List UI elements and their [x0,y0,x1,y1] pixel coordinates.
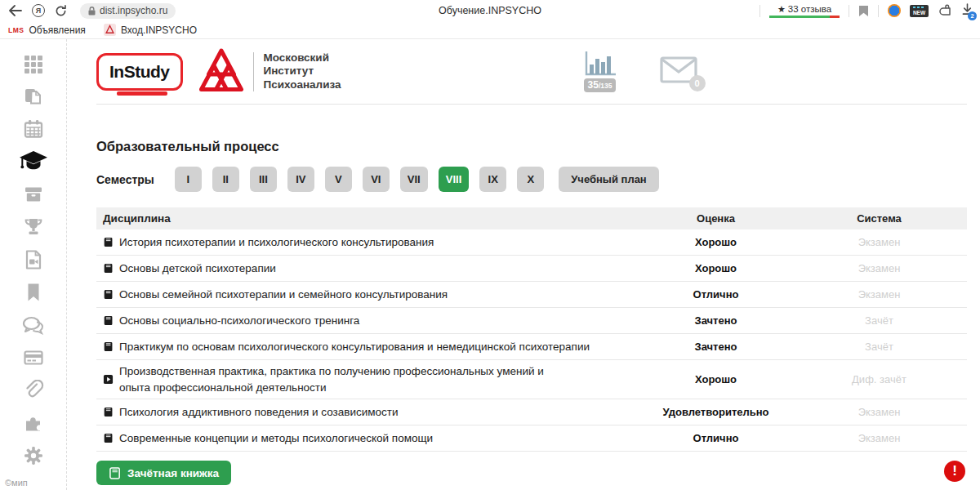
discipline-name: Основы семейной психотерапии и семейного… [119,287,448,303]
table-header: Дисциплина Оценка Система [96,207,967,229]
video-materials-icon[interactable] [23,248,44,270]
semester-button-2[interactable]: II [212,167,239,192]
divider [253,52,254,91]
discipline-name: Современные концепции и методы психологи… [119,430,433,447]
profile-icon[interactable]: Я [32,4,45,17]
mip-triangle-favicon [104,24,116,36]
semester-button-4[interactable]: IV [287,167,314,192]
grade-value: Хорошо [640,373,791,385]
table-row[interactable]: Основы семейной психотерапии и семейного… [96,282,967,308]
rating-bar [769,16,840,18]
stats-badge: 35/135 [584,78,617,92]
reload-icon[interactable] [55,5,67,17]
system-value: Зачёт [791,341,967,353]
bookmark-label: Объявления [29,24,85,36]
site-header: InStudy Московский Институт Психоанализа… [96,39,967,105]
system-value: Экзамен [791,406,967,418]
star-icon [777,4,786,15]
discipline-name: История психотерапии и психологического … [119,234,434,251]
semester-switcher: Семестры I II III IV V VI VII VIII IX X … [96,167,967,192]
page-title: Образовательный процесс [96,139,967,154]
gradebook-button-label: Зачётная книжка [127,467,219,479]
table-row[interactable]: Современные концепции и методы психологи… [96,425,967,452]
url-text: dist.inpsycho.ru [100,5,167,16]
grade-value: Зачтено [640,314,791,327]
reviews-label: 33 отзыва [788,4,831,14]
curriculum-button[interactable]: Учебный план [559,167,658,192]
table-row[interactable]: Практикум по основам психологического ко… [96,334,967,360]
main-content: InStudy Московский Институт Психоанализа… [67,39,980,490]
discipline-name: Основы детской психотерапии [119,261,276,277]
table-row[interactable]: Основы социально-психологического тренин… [96,308,967,334]
table-row[interactable]: История психотерапии и психологического … [96,229,967,256]
sidebar: ©мип [0,39,67,490]
mip-triangles-logo[interactable] [198,47,245,97]
alert-exclamation-icon[interactable]: ! [944,461,965,482]
reviews-widget[interactable]: 33 отзыва [769,4,840,18]
messages-icon[interactable] [22,314,45,336]
instudy-logo[interactable]: InStudy [96,53,183,91]
education-icon[interactable] [19,150,48,172]
lms-favicon: LMS [8,26,24,34]
attachments-icon[interactable] [23,379,44,401]
browser-toolbar: Я dist.inpsycho.ru Обучение.INPSYCHO 33 … [0,0,980,21]
payments-icon[interactable] [23,346,44,368]
semester-button-1[interactable]: I [175,167,202,192]
extension-circle-icon[interactable] [888,4,901,17]
achievements-icon[interactable] [23,216,44,238]
system-value: Экзамен [791,262,967,274]
downloads-badge: 2 [968,11,977,20]
semester-button-7[interactable]: VII [400,167,428,192]
divider [878,5,879,17]
back-icon[interactable] [8,5,22,16]
progress-stats-widget[interactable]: 35/135 [583,51,617,92]
calendar-icon[interactable] [23,118,44,140]
bar-chart-icon [583,51,617,77]
semester-button-9[interactable]: IX [479,167,506,192]
bookmark-flag-icon[interactable] [858,5,869,17]
semesters-label: Семестры [96,173,154,186]
book-icon [103,289,114,300]
semester-button-10[interactable]: X [517,167,544,192]
mail-badge: 0 [689,75,706,91]
system-value: Зачёт [791,314,967,327]
bookmark-label: Вход.INPSYCHO [121,24,197,36]
book-icon [103,341,114,352]
grade-value: Отлично [640,288,791,301]
bookmarks-icon[interactable] [23,281,44,303]
documents-icon[interactable] [23,85,44,107]
new-extension-icon[interactable]: NEW [910,5,929,17]
semester-button-5[interactable]: V [325,167,352,192]
copyright-label: ©мип [5,478,28,488]
book-icon [103,433,114,443]
disciplines-table: Дисциплина Оценка Система История психот… [96,207,967,452]
gradebook-button[interactable]: Зачётная книжка [96,461,231,485]
table-row[interactable]: Психология аддиктивного поведения и соза… [96,399,967,425]
semester-button-8-active[interactable]: VIII [439,167,470,192]
lock-icon [88,7,96,16]
grade-value: Зачтено [640,341,791,353]
discipline-name: Психология аддиктивного поведения и соза… [119,404,398,421]
system-value: Диф. зачёт [791,373,967,385]
address-bar[interactable]: dist.inpsycho.ru [80,3,176,19]
grade-value: Отлично [640,432,791,444]
integrations-icon[interactable] [23,412,44,434]
collections-icon[interactable] [938,4,952,17]
table-row[interactable]: Основы детской психотерапии Хорошо Экзам… [96,256,967,282]
semester-button-3[interactable]: III [250,167,277,192]
table-row[interactable]: Производственная практика, практика по п… [96,360,967,399]
settings-icon[interactable] [23,444,44,466]
institute-name: Московский Институт Психоанализа [264,51,341,91]
book-icon [103,407,114,417]
system-value: Экзамен [791,432,967,444]
apps-grid-icon[interactable] [23,52,44,74]
bookmarks-bar: LMS Объявления Вход.INPSYCHO [0,21,980,39]
downloads-icon[interactable]: 2 [961,3,973,19]
bookmark-item-announcements[interactable]: LMS Объявления [8,24,86,36]
semester-button-6[interactable]: VI [363,167,390,192]
column-discipline: Дисциплина [96,211,640,227]
mail-widget[interactable]: 0 [660,56,697,87]
archive-box-icon[interactable] [23,183,44,205]
play-icon [103,374,114,385]
bookmark-item-login[interactable]: Вход.INPSYCHO [104,24,197,36]
